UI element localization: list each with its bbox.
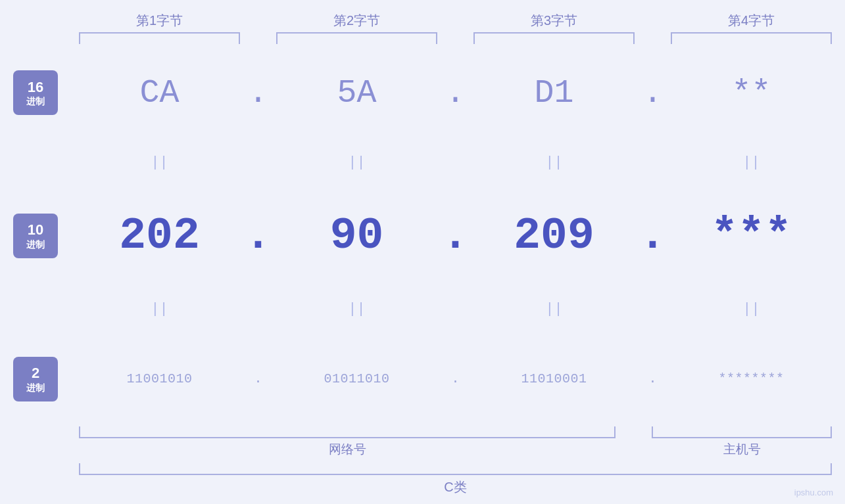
- eq1: ||: [79, 154, 240, 171]
- equals-row-2: || || || ||: [79, 301, 832, 317]
- eq8: ||: [671, 301, 832, 317]
- dec-dot1: .: [240, 210, 276, 261]
- bin-byte4: ********: [671, 371, 832, 386]
- dec-row: 10 进制 202 . 90 . 209 . ***: [13, 210, 832, 261]
- bracket-byte3: [473, 32, 635, 44]
- dec-badge-unit: 进制: [26, 239, 45, 250]
- hex-badge: 16 进制: [13, 70, 58, 115]
- eq2: ||: [276, 154, 437, 171]
- label-gap: [617, 441, 653, 458]
- bracket-class: [79, 463, 832, 475]
- hex-dot2: .: [437, 74, 473, 112]
- top-bracket-row: [79, 32, 832, 47]
- bin-badge-num: 2: [32, 365, 39, 382]
- bin-byte2: 01011010: [276, 371, 437, 386]
- hex-dot1: .: [240, 74, 276, 112]
- hex-byte3: D1: [473, 74, 635, 112]
- bracket-host: [652, 426, 833, 438]
- bin-byte1: 11001010: [79, 371, 240, 386]
- watermark: ipshu.com: [794, 488, 833, 497]
- bin-byte3: 11010001: [473, 371, 635, 386]
- bracket-byte4: [671, 32, 832, 44]
- bracket-byte2: [276, 32, 437, 44]
- dec-badge: 10 进制: [13, 214, 58, 258]
- eq3: ||: [473, 154, 635, 171]
- eq7: ||: [473, 301, 635, 317]
- hex-badge-unit: 进制: [26, 96, 45, 107]
- hex-byte4: **: [671, 74, 832, 112]
- hex-row: 16 进制 CA . 5A . D1 . **: [13, 70, 832, 115]
- header-row: 第1字节 第2字节 第3字节 第4字节: [79, 12, 832, 30]
- hex-badge-cell: 16 进制: [13, 70, 79, 115]
- bin-dot2: .: [437, 371, 473, 386]
- header-byte4: 第4字节: [671, 12, 832, 30]
- bin-badge-cell: 2 进制: [13, 357, 79, 401]
- eq6: ||: [276, 301, 437, 317]
- bin-dot1: .: [240, 371, 276, 386]
- equals-row-1: || || || ||: [79, 154, 832, 171]
- header-byte3: 第3字节: [473, 12, 635, 30]
- bin-badge-unit: 进制: [26, 382, 45, 394]
- header-byte2: 第2字节: [276, 12, 437, 30]
- label-net: 网络号: [79, 441, 617, 458]
- hex-byte1: CA: [79, 74, 240, 112]
- label-host: 主机号: [653, 441, 833, 458]
- dec-dot3: .: [635, 210, 671, 261]
- eq5: ||: [79, 301, 240, 317]
- class-label: C类: [79, 478, 832, 499]
- page: 第1字节 第2字节 第3字节 第4字节 16: [0, 0, 845, 504]
- header-byte1: 第1字节: [79, 12, 240, 30]
- eq4: ||: [671, 154, 832, 171]
- hex-dot3: .: [635, 74, 671, 112]
- dec-byte1: 202: [79, 210, 240, 261]
- hex-byte2: 5A: [276, 74, 437, 112]
- dec-byte3: 209: [473, 210, 635, 261]
- dec-byte4: ***: [671, 210, 832, 261]
- class-section: C类: [79, 463, 832, 499]
- dec-badge-num: 10: [28, 221, 43, 239]
- bracket-net: [79, 426, 616, 438]
- dec-dot2: .: [437, 210, 473, 261]
- dec-badge-cell: 10 进制: [13, 214, 79, 258]
- bracket-gap: [616, 426, 652, 438]
- bracket-byte1: [79, 32, 240, 44]
- hex-badge-num: 16: [28, 79, 43, 96]
- bottom-brackets: 网络号 主机号: [79, 426, 832, 458]
- bin-dot3: .: [635, 371, 671, 386]
- dec-byte2: 90: [276, 210, 437, 261]
- bin-row: 2 进制 11001010 . 01011010 . 11010001 . **…: [13, 357, 832, 401]
- bin-badge: 2 进制: [13, 357, 58, 401]
